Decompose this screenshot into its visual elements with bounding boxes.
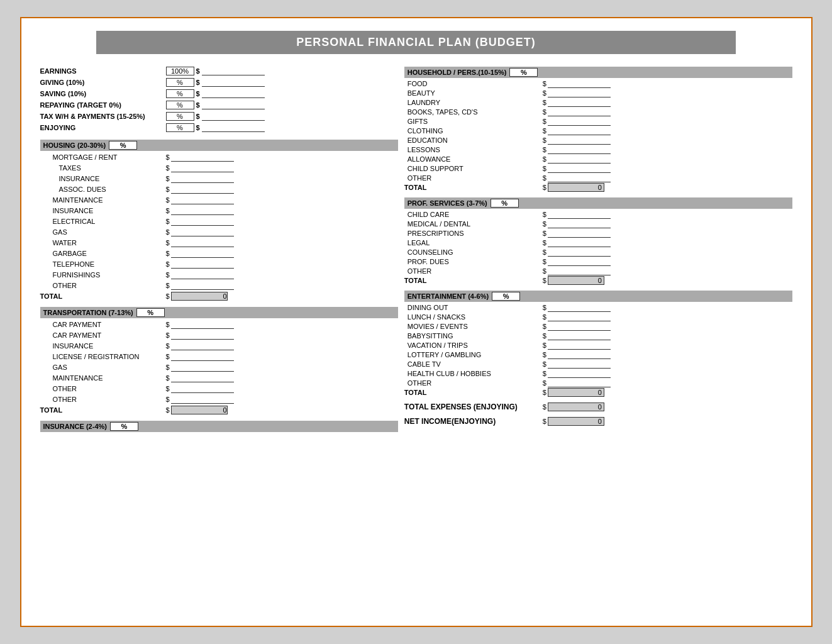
water-label: WATER — [40, 239, 166, 247]
maintenance-label: MAINTENANCE — [40, 196, 166, 204]
food-input[interactable] — [548, 79, 611, 88]
entertainment-other-input[interactable] — [548, 379, 611, 387]
license-input[interactable] — [171, 352, 234, 361]
beauty-label: BEAUTY — [404, 89, 543, 97]
clothing-input[interactable] — [548, 126, 611, 135]
prof-other-row: OTHER $ — [404, 267, 792, 275]
water-input[interactable] — [171, 238, 234, 247]
health-club-input[interactable] — [548, 369, 611, 378]
counseling-input[interactable] — [548, 248, 611, 257]
housing-total-row: TOTAL $ 0 — [40, 291, 398, 301]
laundry-input[interactable] — [548, 98, 611, 107]
lunch-input[interactable] — [548, 313, 611, 321]
insurance2-input[interactable] — [171, 206, 234, 215]
household-other-input[interactable] — [548, 174, 611, 182]
earnings-dollar: $ — [196, 67, 200, 75]
gas-row: GAS $ — [40, 227, 398, 237]
net-income-row: NET INCOME(ENJOYING) $ 0 — [404, 417, 792, 426]
counseling-row: COUNSELING $ — [404, 248, 792, 257]
car-payment2-label: CAR PAYMENT — [40, 331, 166, 339]
trans-maintenance-input[interactable] — [171, 374, 234, 382]
earnings-input[interactable] — [202, 67, 265, 75]
transportation-pct[interactable]: % — [136, 308, 165, 317]
tax-input[interactable] — [202, 113, 265, 121]
net-income-label: NET INCOME(ENJOYING) — [404, 417, 543, 426]
prescriptions-input[interactable] — [548, 229, 611, 238]
earnings-pct[interactable]: 100% — [166, 67, 194, 75]
electrical-input[interactable] — [171, 217, 234, 226]
maintenance-row: MAINTENANCE $ — [40, 195, 398, 205]
housing-taxes-input[interactable] — [171, 164, 234, 172]
household-pct[interactable]: % — [509, 68, 538, 77]
lessons-input[interactable] — [548, 145, 611, 154]
gas-input[interactable] — [171, 228, 234, 236]
assoc-dues-input[interactable] — [171, 185, 234, 194]
vacation-input[interactable] — [548, 341, 611, 350]
trans-other1-input[interactable] — [171, 384, 234, 393]
insurance-pct[interactable]: % — [110, 422, 138, 431]
laundry-label: LAUNDRY — [404, 99, 543, 106]
tax-pct[interactable]: % — [166, 112, 194, 121]
repaying-pct[interactable]: % — [166, 101, 194, 109]
garbage-input[interactable] — [171, 249, 234, 258]
medical-row: MEDICAL / DENTAL $ — [404, 219, 792, 228]
household-total-row: TOTAL $ 0 — [404, 183, 792, 192]
lunch-row: LUNCH / SNACKS $ — [404, 313, 792, 321]
car-payment1-input[interactable] — [171, 320, 234, 329]
medical-input[interactable] — [548, 219, 611, 228]
legal-input[interactable] — [548, 238, 611, 247]
giving-input[interactable] — [202, 79, 265, 87]
dining-out-input[interactable] — [548, 303, 611, 312]
car-payment2-input[interactable] — [171, 331, 234, 340]
housing-other-input[interactable] — [171, 281, 234, 290]
repaying-input[interactable] — [202, 101, 265, 109]
enjoying-pct[interactable]: % — [166, 123, 194, 132]
household-total-label: TOTAL — [404, 184, 543, 191]
clothing-row: CLOTHING $ — [404, 126, 792, 135]
allowance-input[interactable] — [548, 155, 611, 164]
assoc-dues-label: ASSOC. DUES — [40, 186, 166, 193]
child-care-label: CHILD CARE — [404, 211, 543, 218]
furnishings-input[interactable] — [171, 270, 234, 279]
child-support-input[interactable] — [548, 164, 611, 173]
enjoying-input[interactable] — [202, 124, 265, 132]
prof-services-pct[interactable]: % — [491, 199, 519, 208]
saving-pct[interactable]: % — [166, 89, 194, 98]
gifts-input[interactable] — [548, 117, 611, 126]
housing-pct[interactable]: % — [109, 141, 137, 150]
medical-label: MEDICAL / DENTAL — [404, 220, 543, 228]
trans-maintenance-row: MAINTENANCE $ — [40, 373, 398, 383]
prof-dues-input[interactable] — [548, 257, 611, 266]
household-total-value: 0 — [548, 183, 604, 192]
housing-other-label: OTHER — [40, 282, 166, 289]
trans-gas-input[interactable] — [171, 363, 234, 372]
books-input[interactable] — [548, 108, 611, 116]
laundry-row: LAUNDRY $ — [404, 98, 792, 107]
mortgage-input[interactable] — [171, 153, 234, 162]
trans-insurance-input[interactable] — [171, 341, 234, 350]
prof-total-row: TOTAL $ 0 — [404, 276, 792, 285]
furnishings-row: FURNISHINGS $ — [40, 270, 398, 280]
cable-tv-input[interactable] — [548, 360, 611, 369]
babysitting-input[interactable] — [548, 331, 611, 340]
entertainment-pct[interactable]: % — [492, 292, 520, 301]
giving-pct[interactable]: % — [166, 78, 194, 87]
electrical-row: ELECTRICAL $ — [40, 216, 398, 226]
trans-other2-input[interactable] — [171, 395, 234, 404]
license-label: LICENSE / REGISTRATION — [40, 353, 166, 360]
telephone-input[interactable] — [171, 260, 234, 269]
garbage-row: GARBAGE $ — [40, 248, 398, 258]
child-care-input[interactable] — [548, 210, 611, 219]
health-club-label: HEALTH CLUB / HOBBIES — [404, 370, 543, 377]
movies-input[interactable] — [548, 322, 611, 331]
education-input[interactable] — [548, 136, 611, 145]
housing-insurance-input[interactable] — [171, 174, 234, 183]
maintenance-input[interactable] — [171, 196, 234, 204]
telephone-row: TELEPHONE $ — [40, 259, 398, 269]
prof-other-input[interactable] — [548, 267, 611, 275]
allowance-row: ALLOWANCE $ — [404, 155, 792, 164]
lottery-input[interactable] — [548, 350, 611, 359]
beauty-input[interactable] — [548, 89, 611, 97]
household-header-label: HOUSEHOLD / PERS.(10-15%) — [408, 69, 507, 76]
saving-input[interactable] — [202, 90, 265, 98]
